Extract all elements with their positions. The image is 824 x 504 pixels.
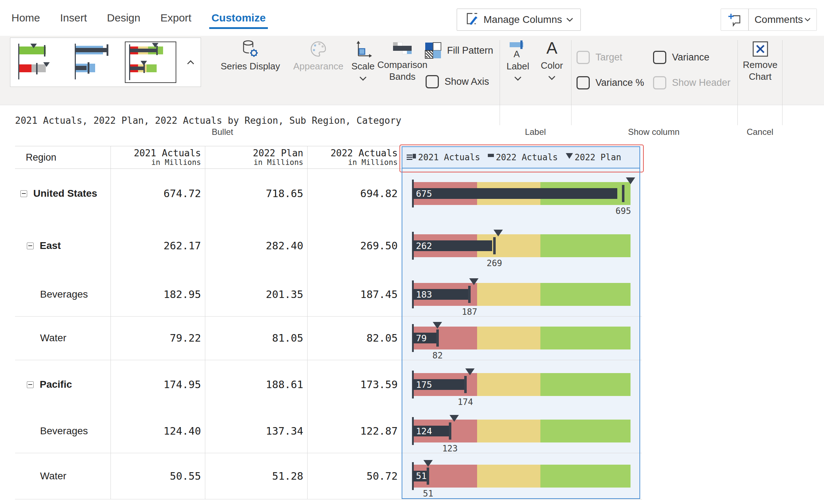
column-header-2021-actuals[interactable]: 2021 Actuals in Millions <box>104 146 201 168</box>
bullet-chart-row[interactable]: 7982 <box>402 316 640 360</box>
chart-style-thumbnail-plan[interactable] <box>72 42 122 82</box>
variance-pct-checkbox[interactable] <box>577 76 590 89</box>
fill-pattern-button[interactable]: Fill Pattern <box>425 42 493 59</box>
bullet-chart-row[interactable]: 183187 <box>402 273 640 316</box>
chevron-down-icon <box>359 76 367 81</box>
comments-button[interactable]: Comments <box>749 9 816 30</box>
group-label-bullet: Bullet <box>212 127 233 137</box>
legend-item-2022-plan: 2022 Plan <box>566 152 621 162</box>
column-subtitle: in Millions <box>151 158 201 167</box>
actuals-tick-marker <box>436 329 439 347</box>
manage-columns-button[interactable]: Manage Columns <box>457 9 581 31</box>
bullet-chart-row[interactable]: 5151 <box>402 453 640 499</box>
variance-pct-label: Variance % <box>595 77 644 88</box>
row-label-cell[interactable]: United States <box>20 168 97 219</box>
value-cell-2022-actuals: 694.82 <box>315 168 398 219</box>
label-button[interactable]: A Label <box>502 39 533 81</box>
bullet-chart-row[interactable]: 262269 <box>402 219 640 273</box>
value-cell-2022-actuals: 173.59 <box>315 360 398 409</box>
series-display-button[interactable]: Series Display <box>218 39 283 72</box>
row-label: East <box>40 240 61 251</box>
column-header-region[interactable]: Region <box>26 146 57 168</box>
column-subtitle: in Millions <box>254 158 303 167</box>
bullet-chart-row[interactable]: 175174 <box>402 360 640 409</box>
bullet-chart-row[interactable]: 675695 <box>402 168 640 219</box>
row-label-cell[interactable]: Water <box>40 316 67 360</box>
collapse-minus-icon[interactable] <box>27 243 34 249</box>
divider <box>782 40 783 125</box>
bullet-bar-2021-actuals: 51 <box>413 471 428 481</box>
chart-style-thumbnail-bands[interactable] <box>126 42 176 82</box>
actuals-tick-marker <box>493 237 496 254</box>
legend-label: 2021 Actuals <box>418 152 480 162</box>
show-axis-checkbox[interactable] <box>426 75 439 88</box>
tab-insert[interactable]: Insert <box>59 5 88 30</box>
row-label: Beverages <box>40 425 88 437</box>
row-label-cell[interactable]: Beverages <box>40 409 88 453</box>
bullet-chart-row[interactable]: 124123 <box>402 409 640 453</box>
gallery-collapse-button[interactable] <box>181 38 201 87</box>
row-label-cell[interactable]: Pacific <box>27 360 72 409</box>
chart-column-header[interactable]: 2021 Actuals 2022 Actuals 2022 Plan <box>402 146 640 168</box>
collapse-minus-icon[interactable] <box>20 190 27 197</box>
row-label-cell[interactable]: East <box>27 219 61 273</box>
value-cell-2022-actuals: 269.50 <box>315 219 398 273</box>
comparison-band-green <box>540 327 631 349</box>
group-label-cancel: Cancel <box>747 127 774 137</box>
value-cell-2022-actuals: 187.45 <box>315 273 398 316</box>
legend-label: 2022 Plan <box>575 152 621 162</box>
scale-button[interactable]: Scale <box>349 39 377 81</box>
manage-columns-label: Manage Columns <box>484 14 562 25</box>
actuals-value-label: 51 <box>403 489 453 499</box>
divider <box>500 40 500 125</box>
chevron-down-icon <box>804 18 811 22</box>
row-label: United States <box>33 188 97 199</box>
boxed-x-icon <box>752 41 769 57</box>
color-button[interactable]: A Color <box>536 38 567 80</box>
chart-style-gallery <box>10 38 181 87</box>
bar-value-label: 79 <box>413 333 427 343</box>
table-row: Water50.5551.2850.725151 <box>15 453 642 499</box>
bar-with-A-icon: A <box>509 39 527 59</box>
remove-chart-label-2: Chart <box>749 71 772 82</box>
tab-customize[interactable]: Customize <box>211 5 266 30</box>
show-axis-checkbox-row: Show Axis <box>426 75 489 88</box>
remove-chart-label-1: Remove <box>743 59 778 70</box>
column-header-2022-plan[interactable]: 2022 Plan in Millions <box>207 146 303 168</box>
row-label-cell[interactable]: Water <box>40 453 67 499</box>
remove-chart-button[interactable]: Remove Chart <box>740 41 781 82</box>
value-cell-2021-actuals: 79.22 <box>119 316 201 360</box>
tab-design[interactable]: Design <box>106 5 141 30</box>
comparison-band-yellow <box>477 283 540 306</box>
show-header-label: Show Header <box>672 77 731 88</box>
comparison-band-green <box>540 420 631 442</box>
value-cell-2021-actuals: 262.17 <box>119 219 201 273</box>
add-comment-button[interactable] <box>721 9 748 30</box>
row-label-cell[interactable]: Beverages <box>40 273 88 316</box>
report-table: Region 2021 Actuals in Millions 2022 Pla… <box>15 146 642 499</box>
actuals-value-label: 82 <box>413 351 463 361</box>
scale-label: Scale <box>351 61 374 72</box>
variance-checkbox[interactable] <box>653 51 666 64</box>
comparison-band-yellow <box>477 373 540 396</box>
value-cell-2021-actuals: 124.40 <box>119 409 201 453</box>
legend-label: 2022 Actuals <box>496 152 558 162</box>
show-header-checkbox[interactable] <box>653 76 666 89</box>
chart-style-thumbnail-actual[interactable] <box>15 42 65 82</box>
row-label: Beverages <box>40 289 88 300</box>
target-checkbox[interactable] <box>577 51 590 64</box>
show-axis-label: Show Axis <box>445 76 489 87</box>
column-header-2022-actuals[interactable]: 2022 Actuals in Millions <box>301 146 398 168</box>
tab-home[interactable]: Home <box>11 5 41 30</box>
tab-export[interactable]: Export <box>160 5 192 30</box>
collapse-minus-icon[interactable] <box>27 381 34 388</box>
top-bar: Home Insert Design Export Customize Mana… <box>0 0 824 36</box>
table-row: East262.17282.40269.50262269 <box>15 219 642 273</box>
bullet-bar-2021-actuals: 262 <box>413 240 492 251</box>
pattern-grid-icon <box>425 42 441 59</box>
variance-checkbox-row: Variance <box>653 51 710 64</box>
table-row: Water79.2281.0582.057982 <box>15 316 642 360</box>
actuals-tick-marker <box>468 286 471 303</box>
comparison-bands-button[interactable]: Comparison Bands <box>377 39 427 82</box>
actuals-value-label: 123 <box>425 444 475 454</box>
